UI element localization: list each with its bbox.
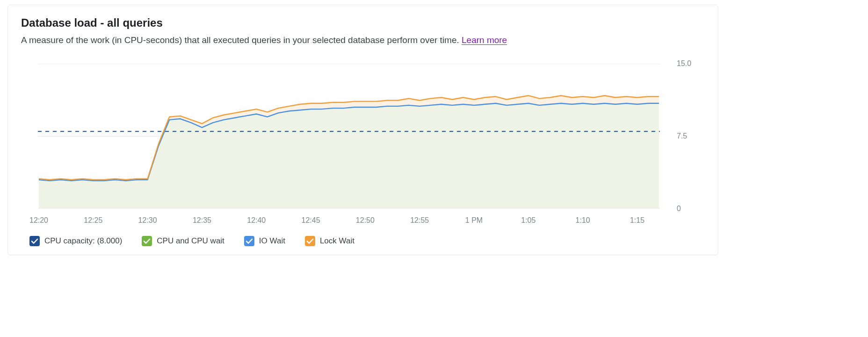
- checkbox-icon: [142, 236, 152, 246]
- legend-item-lock[interactable]: Lock Wait: [305, 236, 354, 246]
- checkbox-icon: [244, 236, 254, 246]
- y-tick-mid: 7.5: [677, 132, 705, 140]
- x-tick: 12:40: [247, 216, 266, 225]
- x-tick: 1 PM: [465, 216, 483, 225]
- x-tick: 1:15: [630, 216, 644, 225]
- checkbox-icon: [305, 236, 315, 246]
- y-tick-max: 15.0: [677, 59, 705, 68]
- x-tick: 1:10: [576, 216, 590, 225]
- legend-label-capacity: CPU capacity: (8.000): [44, 236, 122, 246]
- y-tick-min: 0: [677, 205, 705, 213]
- chart-legend: CPU capacity: (8.000) CPU and CPU wait I…: [21, 236, 705, 246]
- panel-title: Database load - all queries: [21, 16, 705, 29]
- subtitle-text: A measure of the work (in CPU-seconds) t…: [21, 35, 459, 45]
- x-tick: 12:35: [193, 216, 211, 225]
- checkbox-icon: [29, 236, 40, 246]
- svg-rect-7: [305, 236, 315, 246]
- x-tick: 12:20: [29, 216, 48, 225]
- legend-item-capacity[interactable]: CPU capacity: (8.000): [29, 236, 122, 246]
- x-tick: 12:45: [302, 216, 320, 225]
- db-load-card: Database load - all queries A measure of…: [7, 5, 718, 255]
- x-tick: 12:50: [356, 216, 375, 225]
- learn-more-link[interactable]: Learn more: [462, 35, 507, 45]
- legend-label-lock: Lock Wait: [320, 236, 354, 246]
- svg-rect-4: [29, 236, 40, 246]
- legend-item-cpu[interactable]: CPU and CPU wait: [142, 236, 224, 246]
- svg-rect-6: [244, 236, 254, 246]
- chart-plot[interactable]: [38, 64, 660, 209]
- legend-item-io[interactable]: IO Wait: [244, 236, 285, 246]
- legend-label-io: IO Wait: [259, 236, 285, 246]
- y-axis: 15.0 7.5 0: [663, 58, 705, 208]
- svg-rect-5: [142, 236, 152, 246]
- legend-label-cpu: CPU and CPU wait: [157, 236, 224, 246]
- chart-area: 15.0 7.5 0 12:2012:2512:3012:3512:4012:4…: [21, 58, 705, 227]
- panel-subtitle: A measure of the work (in CPU-seconds) t…: [21, 34, 705, 47]
- x-axis: 12:2012:2512:3012:3512:4012:4512:5012:55…: [38, 213, 660, 227]
- x-tick: 12:55: [410, 216, 429, 225]
- x-tick: 12:30: [138, 216, 157, 225]
- x-tick: 1:05: [521, 216, 535, 225]
- x-tick: 12:25: [84, 216, 102, 225]
